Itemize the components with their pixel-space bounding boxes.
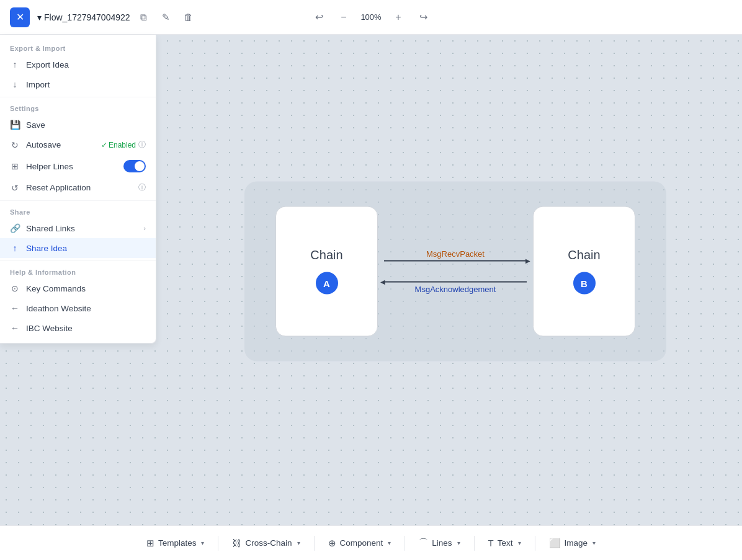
autosave-info-icon[interactable]: ⓘ: [138, 140, 146, 150]
reset-info-icon[interactable]: ⓘ: [138, 182, 146, 193]
keyboard-icon: ⊙: [10, 283, 20, 293]
component-icon: ⊕: [328, 538, 336, 549]
forward-arrow-row: MsgRecvPacket: [384, 249, 527, 261]
back-arrow-label: MsgAcknowledgement: [415, 284, 496, 293]
flow-name-label: Flow_1727947004922: [44, 12, 130, 22]
divider-bt-5: [535, 536, 535, 551]
ibc-icon: ←: [10, 323, 20, 333]
cross-chain-chevron: ▾: [297, 540, 300, 546]
chain-b-label: Chain: [568, 248, 600, 262]
zoom-out-icon: −: [341, 12, 346, 23]
ibc-website-label: IBC Website: [26, 324, 73, 333]
undo-icon: ↩: [315, 11, 323, 23]
edit-flow-button[interactable]: ✎: [158, 9, 175, 26]
divider-bt-1: [218, 536, 218, 551]
settings-section-label: Settings: [0, 100, 156, 115]
flow-container: Chain A MsgRecvPacket MsgAcknowledgement…: [244, 181, 666, 361]
back-arrow-line: [384, 281, 527, 282]
ibc-website-item[interactable]: ← IBC Website: [0, 318, 156, 338]
delete-flow-button[interactable]: 🗑: [180, 9, 197, 26]
helper-lines-label: Helper Lines: [26, 162, 73, 171]
forward-arrow-label: MsgRecvPacket: [426, 249, 485, 258]
save-item[interactable]: 💾 Save: [0, 115, 156, 135]
templates-label: Templates: [158, 538, 197, 548]
zoom-in-button[interactable]: +: [388, 7, 408, 27]
edit-icon: ✎: [162, 12, 170, 23]
close-icon: ✕: [16, 11, 24, 23]
delete-icon: 🗑: [184, 12, 193, 22]
reset-application-item[interactable]: ↺ Reset Application ⓘ: [0, 177, 156, 198]
divider-bt-4: [474, 536, 475, 551]
helper-lines-item[interactable]: ⊞ Helper Lines: [0, 155, 156, 177]
zoom-level-display: 100%: [359, 12, 383, 22]
redo-button[interactable]: ↪: [413, 7, 433, 27]
export-idea-item[interactable]: ↑ Export Idea: [0, 55, 156, 74]
autosave-label: Autosave: [26, 140, 61, 149]
lines-chevron: ▾: [457, 540, 460, 546]
close-button[interactable]: ✕: [10, 7, 30, 27]
key-commands-item[interactable]: ⊙ Key Commands: [0, 278, 156, 298]
cross-chain-label: Cross-Chain: [245, 538, 292, 548]
divider-2: [0, 200, 156, 201]
lines-label: Lines: [432, 538, 452, 548]
arrows-area: MsgRecvPacket MsgAcknowledgement: [378, 249, 533, 293]
divider-3: [0, 260, 156, 261]
bottom-toolbar: ⊞ Templates ▾ ⛓ Cross-Chain ▾ ⊕ Componen…: [0, 525, 742, 560]
share-idea-label: Share Idea: [26, 244, 67, 253]
redo-icon: ↪: [419, 11, 427, 23]
import-icon: ↓: [10, 79, 20, 89]
export-idea-label: Export Idea: [26, 60, 69, 69]
external-link-icon: ←: [10, 303, 20, 313]
helper-lines-toggle[interactable]: [123, 160, 146, 172]
cross-chain-icon: ⛓: [232, 538, 241, 548]
flow-dropdown[interactable]: ▾ Flow_1727947004922: [37, 12, 130, 22]
ideathon-website-item[interactable]: ← Ideathon Website: [0, 298, 156, 318]
chain-a-node[interactable]: Chain A: [275, 206, 378, 336]
image-icon: ⬜: [549, 538, 561, 549]
templates-button[interactable]: ⊞ Templates ▾: [138, 533, 213, 554]
zoom-in-icon: +: [395, 12, 401, 23]
autosave-item[interactable]: ↻ Autosave ✓ Enabled ⓘ: [0, 135, 156, 155]
shared-links-item[interactable]: 🔗 Shared Links ›: [0, 218, 156, 238]
lines-button[interactable]: ⌒ Lines ▾: [410, 532, 468, 554]
forward-arrow-line: [384, 260, 527, 261]
image-button[interactable]: ⬜ Image ▾: [540, 533, 605, 554]
help-section-label: Help & Information: [0, 264, 156, 278]
export-import-section-label: Export & Import: [0, 40, 156, 55]
reset-application-label: Reset Application: [26, 183, 91, 192]
ideathon-website-label: Ideathon Website: [26, 304, 91, 313]
text-button[interactable]: T Text ▾: [480, 533, 530, 553]
divider-1: [0, 97, 156, 97]
cross-chain-button[interactable]: ⛓ Cross-Chain ▾: [223, 533, 308, 553]
chain-a-badge: A: [316, 272, 338, 295]
component-label: Component: [340, 538, 383, 548]
back-arrow-row: MsgAcknowledgement: [384, 281, 527, 293]
zoom-toolbar: ↩ − 100% + ↪: [309, 7, 433, 27]
share-idea-item[interactable]: ↑ Share Idea: [0, 238, 156, 258]
save-label: Save: [26, 120, 45, 130]
import-item[interactable]: ↓ Import: [0, 74, 156, 94]
shared-links-chevron: ›: [143, 224, 146, 232]
copy-icon: ⧉: [140, 12, 147, 23]
key-commands-label: Key Commands: [26, 284, 86, 293]
shared-links-label: Shared Links: [26, 224, 75, 233]
flow-actions: ⧉ ✎ 🗑: [135, 9, 197, 26]
link-icon: 🔗: [10, 223, 20, 233]
zoom-out-button[interactable]: −: [334, 7, 354, 27]
divider-bt-3: [405, 536, 405, 551]
share-icon: ↑: [10, 243, 20, 253]
import-label: Import: [26, 80, 50, 89]
text-chevron: ▾: [518, 540, 521, 546]
header: ✕ ▾ Flow_1727947004922 ⧉ ✎ 🗑 ↩ − 100% +: [0, 0, 742, 35]
component-chevron: ▾: [388, 540, 391, 546]
component-button[interactable]: ⊕ Component ▾: [320, 533, 400, 554]
undo-button[interactable]: ↩: [309, 7, 329, 27]
copy-flow-button[interactable]: ⧉: [135, 9, 153, 26]
image-label: Image: [565, 538, 588, 548]
lines-icon: ⌒: [419, 537, 428, 549]
templates-icon: ⊞: [146, 538, 154, 549]
reset-icon: ↺: [10, 183, 20, 193]
text-label: Text: [498, 538, 513, 548]
chain-b-node[interactable]: Chain B: [533, 206, 635, 336]
autosave-status: ✓ Enabled: [101, 141, 136, 149]
